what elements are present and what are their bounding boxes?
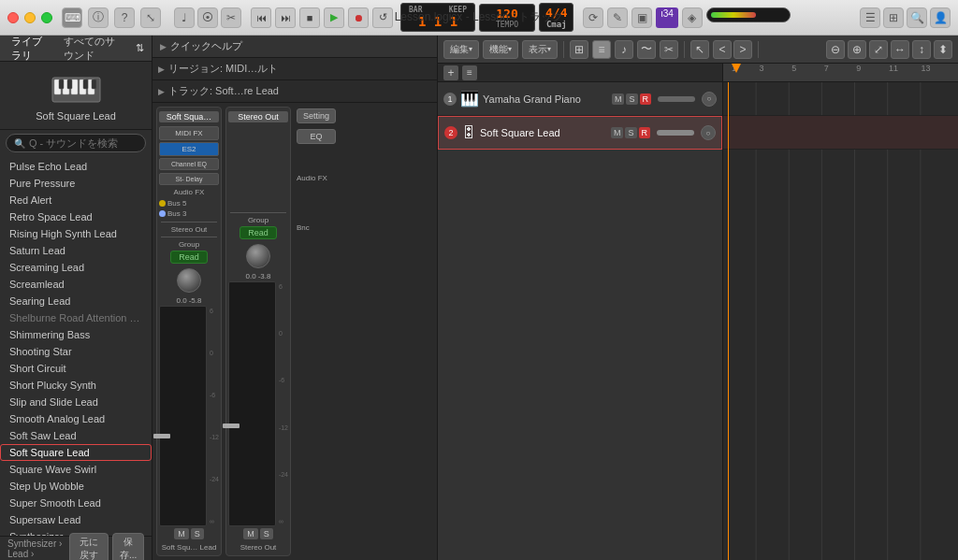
save-button[interactable]: 保存... (112, 533, 144, 561)
tracks-canvas[interactable] (723, 82, 958, 560)
track1-volume-knob[interactable] (658, 96, 695, 102)
maximize-button[interactable] (41, 12, 52, 23)
list-item[interactable]: Searing Lead (0, 293, 152, 309)
expand-tracks-button[interactable]: ≡ (462, 65, 477, 80)
track1-record[interactable]: R (640, 93, 652, 105)
search-box[interactable]: 🔍 (6, 134, 146, 152)
fader-thumb2[interactable] (223, 424, 240, 428)
list-item[interactable]: Supersaw Lead (0, 511, 152, 528)
info-icon[interactable]: ⓘ (88, 7, 109, 28)
close-button[interactable] (7, 12, 19, 23)
track-lane-1[interactable] (723, 82, 958, 116)
list-item[interactable]: Short Plucky Synth (0, 377, 152, 394)
scissors-tool[interactable]: ✂ (660, 40, 678, 59)
list-item[interactable]: Smooth Analog Lead (0, 410, 152, 427)
list-item[interactable]: Saturn Lead (0, 242, 152, 259)
read-button[interactable]: Read (170, 251, 208, 264)
list-item[interactable]: Rising High Synth Lead (0, 225, 152, 242)
setting-button[interactable]: Setting (297, 108, 336, 123)
list-view-button[interactable]: ≡ (592, 40, 611, 59)
list-item[interactable]: Soft Saw Lead (0, 427, 152, 444)
keyboard-icon[interactable]: ⌨ (62, 7, 82, 28)
list-item[interactable]: Super Smooth Lead (0, 495, 152, 511)
revert-button[interactable]: 元に戻す (69, 533, 109, 561)
list-item[interactable]: Short Circuit (0, 360, 152, 377)
loop-region-icon[interactable]: ⟳ (583, 7, 603, 28)
all-sounds-tab[interactable]: すべてのサウンド (60, 36, 128, 65)
record-button[interactable]: ⏺ (348, 7, 369, 28)
loop-button[interactable]: ↺ (372, 7, 393, 28)
track2-mute[interactable]: M (611, 127, 624, 138)
solo-button[interactable]: S (191, 528, 204, 539)
minimize-button[interactable] (24, 12, 36, 23)
list-item[interactable]: Shooting Star (0, 343, 152, 360)
vert-zoom-out[interactable]: ↕ (912, 40, 931, 59)
read-button2[interactable]: Read (240, 226, 277, 239)
waveform-button[interactable]: 〜 (637, 40, 656, 59)
search-input[interactable] (29, 137, 138, 149)
track1-output[interactable]: ○ (702, 92, 717, 107)
zoom-in-button[interactable]: ⊕ (848, 40, 866, 59)
nudge-right[interactable]: > (733, 40, 752, 59)
play-button[interactable]: ▶ (324, 7, 344, 28)
mixer-icon[interactable]: ⦿ (197, 7, 218, 28)
track2-output[interactable]: ○ (701, 125, 716, 140)
help-icon[interactable]: ? (114, 7, 135, 28)
fader-container[interactable]: 60-6-12-24∞ (159, 306, 219, 526)
fader-container2[interactable]: 60-6-12-24∞ (228, 281, 288, 526)
track2-volume-knob[interactable] (657, 130, 694, 136)
fader-thumb[interactable] (153, 434, 170, 438)
pencil-icon[interactable]: ✎ (607, 7, 628, 28)
list-item[interactable]: Retro Space Lead (0, 208, 152, 225)
track-lane-2[interactable] (723, 116, 958, 150)
eq-button[interactable]: EQ (297, 129, 336, 144)
list-item[interactable]: Pulse Echo Lead (0, 158, 152, 175)
zoom-out-button[interactable]: ⊖ (826, 40, 845, 59)
scissors-icon[interactable]: ✂ (221, 7, 241, 28)
pan-knob[interactable] (177, 268, 201, 293)
nudge-left[interactable]: < (713, 40, 732, 59)
user-icon[interactable]: 👤 (930, 7, 951, 28)
rewind-button[interactable]: ⏮ (251, 7, 271, 28)
pointer-tool[interactable]: ↖ (690, 40, 709, 59)
sort-icon[interactable]: ⇅ (136, 42, 144, 54)
expand-icon[interactable]: ⤡ (140, 7, 161, 28)
list-item[interactable]: Screamlead (0, 276, 152, 293)
list-item[interactable]: Pure Pressure (0, 175, 152, 192)
mute-button[interactable]: M (174, 528, 189, 539)
st-delay-plugin[interactable]: St- Delay (159, 173, 219, 185)
list-item[interactable]: Slip and Slide Lead (0, 394, 152, 410)
zoom-all-button[interactable]: ⤢ (869, 40, 888, 59)
library-tab[interactable]: ライブラリ (7, 36, 52, 65)
list-item-active[interactable]: Soft Square Lead (0, 444, 152, 461)
metronome-icon[interactable]: ♩ (174, 7, 195, 28)
list-item[interactable]: Screaming Lead (0, 259, 152, 276)
list-item[interactable]: Shimmering Bass (0, 326, 152, 343)
track2-solo[interactable]: S (625, 127, 636, 138)
list-item[interactable]: Step Up Wobble (0, 478, 152, 495)
track1-solo[interactable]: S (626, 93, 637, 105)
piano-roll-button[interactable]: ♪ (615, 40, 633, 59)
stop-button[interactable]: ■ (299, 7, 320, 28)
grid-icon[interactable]: ⊞ (883, 7, 904, 28)
fast-forward-button[interactable]: ⏭ (275, 7, 296, 28)
mute-button2[interactable]: M (243, 528, 258, 539)
audio-icon[interactable]: ▣ (631, 7, 652, 28)
list-item[interactable]: Square Wave Swirl (0, 461, 152, 478)
edit-menu[interactable]: 編集 (443, 40, 479, 59)
list-icon[interactable]: ☰ (860, 7, 880, 28)
view-menu[interactable]: 表示 (522, 40, 558, 59)
list-item[interactable]: Red Alert (0, 192, 152, 208)
track2-record[interactable]: R (639, 127, 651, 138)
channel-eq-plugin[interactable]: Channel EQ (159, 158, 219, 170)
solo-button2[interactable]: S (260, 528, 273, 539)
midi-fx-plugin[interactable]: MIDI FX (159, 126, 219, 140)
speaker-icon[interactable]: ◈ (682, 7, 703, 28)
es2-plugin[interactable]: ES2 (159, 142, 219, 156)
pan-knob2[interactable] (246, 244, 270, 268)
grid-view-button[interactable]: ⊞ (570, 40, 588, 59)
fit-button[interactable]: ↔ (891, 40, 909, 59)
search-right-icon[interactable]: 🔍 (907, 7, 927, 28)
track1-mute[interactable]: M (612, 93, 625, 105)
add-track-button[interactable]: + (443, 65, 458, 80)
